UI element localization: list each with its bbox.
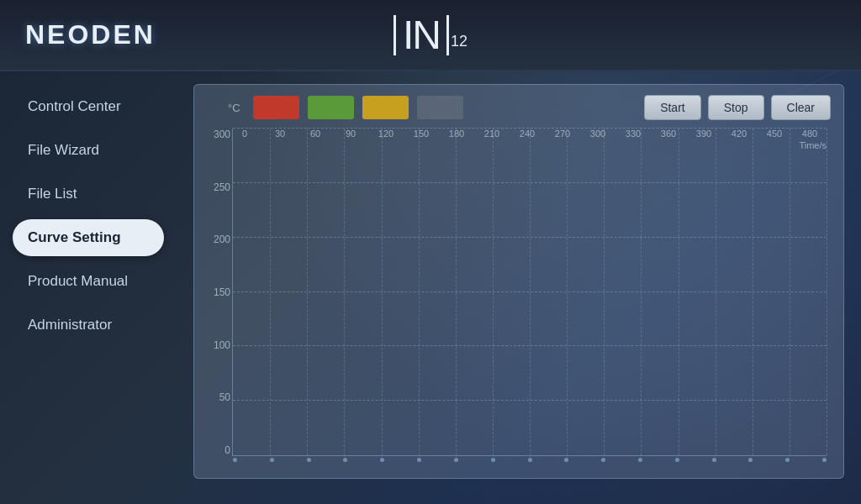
sidebar-item-administrator[interactable]: Administrator	[13, 307, 164, 344]
y-axis-labels: 0 50 100 150 200 250 300	[207, 129, 230, 456]
grid-v-90	[344, 129, 345, 455]
x-dot-150	[417, 458, 421, 462]
x-dot-330	[638, 458, 642, 462]
x-dot-180	[454, 458, 458, 462]
sidebar-item-control-center[interactable]: Control Center	[13, 88, 164, 125]
grid-v-390	[716, 129, 716, 455]
clear-button[interactable]: Clear	[771, 95, 831, 120]
legend-swatch-yellow	[362, 96, 409, 119]
x-axis-dots	[233, 455, 827, 462]
sidebar: Control Center File Wizard File List Cur…	[0, 71, 177, 504]
grid-v-450	[790, 129, 790, 455]
x-dot-360	[675, 458, 679, 462]
grid-v-150	[419, 129, 420, 455]
x-dot-270	[564, 458, 568, 462]
stop-button[interactable]: Stop	[708, 95, 764, 120]
y-label-300: 300	[207, 129, 230, 140]
x-dot-60	[307, 458, 311, 462]
x-dot-420	[748, 458, 753, 462]
x-dot-300	[601, 458, 605, 462]
grid-v-180	[456, 129, 457, 455]
grid-v-360	[679, 129, 679, 455]
y-label-150: 150	[207, 286, 230, 298]
legend-swatch-red	[253, 96, 299, 119]
grid-v-60	[307, 129, 308, 455]
sidebar-item-file-wizard[interactable]: File Wizard	[13, 132, 164, 169]
y-label-200: 200	[207, 234, 230, 245]
content-area: °C Start Stop Clear 0 50 100 150	[177, 71, 861, 504]
legend-swatch-green	[308, 96, 354, 119]
main-layout: Control Center File Wizard File List Cur…	[0, 71, 861, 504]
temp-unit-label: °C	[228, 102, 240, 114]
chart-grid	[232, 129, 827, 456]
grid-v-210	[493, 129, 494, 455]
start-button[interactable]: Start	[644, 95, 701, 120]
x-dot-480	[822, 458, 827, 462]
logo-in12: IN 12	[394, 15, 467, 55]
grid-v-300	[604, 129, 605, 455]
sidebar-item-file-list[interactable]: File List	[13, 176, 164, 213]
x-dot-390	[712, 458, 716, 462]
sidebar-item-product-manual[interactable]: Product Manual	[13, 263, 164, 300]
logo-in-text: IN	[394, 15, 449, 55]
logo-neoden: NEODEN	[25, 19, 156, 50]
y-label-100: 100	[207, 339, 230, 351]
logo-number: 12	[451, 33, 467, 50]
x-dot-210	[491, 458, 495, 462]
x-dot-120	[380, 458, 384, 462]
header: NEODEN IN 12	[0, 0, 861, 71]
x-dot-90	[343, 458, 347, 462]
legend-buttons: Start Stop Clear	[644, 95, 831, 120]
x-dot-30	[270, 458, 274, 462]
grid-v-480	[827, 129, 827, 455]
chart-area: 0 50 100 150 200 250 300	[232, 129, 827, 456]
legend-swatch-gray	[417, 96, 463, 119]
grid-v-420	[753, 129, 753, 455]
grid-v-270	[567, 129, 568, 455]
y-label-250: 250	[207, 181, 230, 193]
y-label-50: 50	[207, 391, 230, 403]
sidebar-item-curve-setting[interactable]: Curve Setting	[13, 219, 164, 256]
legend-row: °C Start Stop Clear	[203, 95, 831, 120]
grid-v-240	[530, 129, 531, 455]
grid-v-30	[270, 129, 271, 455]
x-dot-240	[528, 458, 532, 462]
x-dot-450	[785, 458, 790, 462]
y-label-0: 0	[207, 444, 230, 456]
x-dot-0	[233, 458, 237, 462]
grid-v-330	[641, 129, 642, 455]
grid-v-120	[382, 129, 383, 455]
chart-container: °C Start Stop Clear 0 50 100 150	[193, 84, 844, 479]
